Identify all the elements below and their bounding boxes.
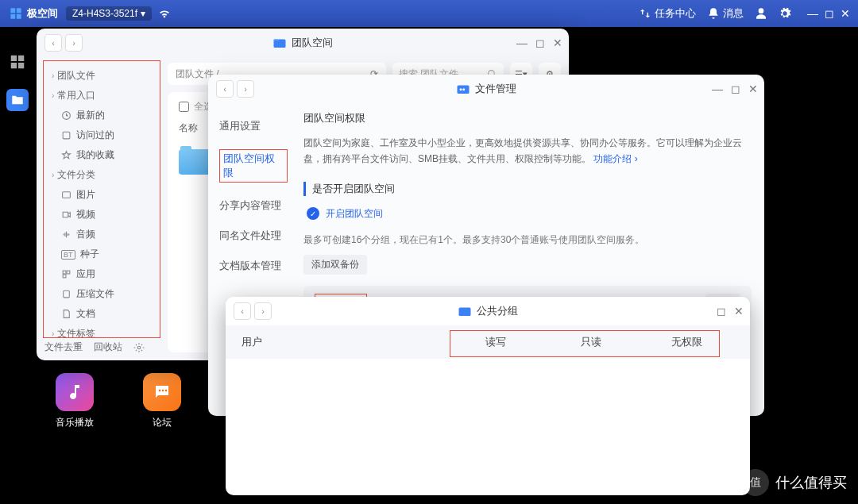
folder-blue-icon	[458, 304, 472, 318]
win2-nav-forward[interactable]: ›	[237, 80, 254, 98]
messages-label: 消息	[723, 6, 744, 21]
limit-info-text: 最多可创建16个分组，现在已有1个。最多支持30个普通账号使用团队空间服务。	[303, 233, 752, 247]
svg-point-0	[159, 390, 161, 392]
sidebar-sec-categories[interactable]: 文件分类	[44, 165, 160, 185]
task-center-button[interactable]: 任务中心	[639, 6, 696, 21]
watermark-text: 什么值得买	[775, 473, 847, 492]
dock-apps-button[interactable]	[6, 51, 29, 73]
sidebar-item-documents[interactable]: 文档	[44, 304, 160, 324]
sidebar-sec-teamfiles[interactable]: 团队文件	[44, 66, 160, 86]
enable-label: 开启团队空间	[326, 207, 383, 221]
svg-point-12	[137, 346, 141, 349]
star-icon	[61, 150, 72, 160]
sidebar-item-favorites[interactable]: 我的收藏	[44, 145, 160, 165]
watermark: 值 什么值得买	[742, 469, 847, 496]
enable-team-space-toggle[interactable]: ✓ 开启团队空间	[303, 207, 752, 221]
footer-gear-icon[interactable]	[133, 342, 145, 353]
settings-nav: 通用设置 团队空间权限 分享内容管理 同名文件处理 文档版本管理	[219, 111, 288, 281]
sidebar-sec-tags[interactable]: 文件标签	[44, 324, 160, 338]
nav-version-management[interactable]: 文档版本管理	[219, 251, 288, 281]
chevron-down-icon: ▾	[141, 8, 145, 19]
body-title: 团队空间权限	[303, 111, 752, 125]
win3-nav-back[interactable]: ‹	[234, 302, 251, 320]
nav-team-permissions[interactable]: 团队空间权限	[219, 141, 288, 190]
image-icon	[61, 190, 72, 200]
left-dock	[0, 27, 35, 504]
win2-nav-back[interactable]: ‹	[216, 80, 234, 98]
device-name: Z4-H4S3-3521f	[72, 8, 137, 19]
nav-share-management[interactable]: 分享内容管理	[219, 190, 288, 221]
sidebar-item-archives[interactable]: 压缩文件	[44, 284, 160, 304]
section-enable-title: 是否开启团队空间	[303, 182, 752, 196]
svg-rect-16	[459, 308, 471, 317]
nav-forward-button[interactable]: ›	[65, 34, 83, 52]
desktop-music-player[interactable]: 音乐播放	[56, 373, 94, 429]
body-description: 团队空间为家庭、工作室及中小型企业，更高效地提供资源共享、协同办公等服务。它可以…	[303, 135, 752, 167]
user-icon[interactable]	[755, 7, 767, 20]
video-icon	[61, 210, 72, 220]
sidebar-item-visited[interactable]: 访问过的	[44, 125, 160, 145]
sys-maximize-icon[interactable]: ◻	[825, 7, 834, 20]
bell-icon	[707, 7, 720, 20]
win2-minimize-icon[interactable]: —	[712, 83, 723, 95]
svg-point-14	[460, 88, 462, 90]
desktop-music-label: 音乐播放	[56, 416, 94, 429]
desktop-forum[interactable]: 论坛	[143, 373, 181, 429]
win1-maximize-icon[interactable]: ◻	[535, 37, 545, 49]
win3-maximize-icon[interactable]: ◻	[717, 305, 726, 317]
app-icon	[61, 269, 72, 279]
sidebar-item-recent[interactable]: 最新的	[44, 106, 160, 125]
wifi-icon	[158, 7, 171, 20]
intro-link[interactable]: 功能介绍 ›	[593, 153, 637, 164]
col-user: 用户	[242, 335, 448, 349]
device-selector[interactable]: Z4-H4S3-3521f ▾	[66, 6, 152, 21]
sidebar-item-audio[interactable]: 音频	[44, 225, 160, 244]
win3-nav-forward[interactable]: ›	[254, 302, 272, 320]
win1-sidebar: 团队文件 常用入口 最新的 访问过的 我的收藏 文件分类 图片 视频 音频 BT…	[43, 60, 160, 338]
win3-close-icon[interactable]: ✕	[734, 305, 744, 317]
svg-point-2	[165, 390, 168, 392]
settings-icon[interactable]	[779, 7, 791, 20]
grid-icon	[9, 53, 26, 71]
svg-rect-5	[63, 132, 70, 139]
music-note-icon	[65, 383, 84, 402]
win2-close-icon[interactable]: ✕	[748, 83, 758, 95]
win1-title: 团队空间	[292, 36, 333, 50]
nav-general-settings[interactable]: 通用设置	[219, 111, 288, 141]
system-bar: 极空间 Z4-H4S3-3521f ▾ 任务中心 消息 — ◻ ✕	[0, 0, 858, 27]
brand-text: 极空间	[27, 6, 58, 21]
svg-rect-9	[63, 275, 66, 278]
brand-logo: 极空间	[8, 6, 58, 21]
audio-icon	[61, 229, 72, 240]
dock-file-manager-button[interactable]	[6, 89, 29, 111]
watermark-badge-icon: 值	[742, 469, 769, 496]
svg-rect-6	[63, 192, 71, 198]
desktop-forum-label: 论坛	[153, 416, 172, 429]
task-center-label: 任务中心	[655, 6, 696, 21]
add-backup-button[interactable]: 添加双备份	[303, 255, 367, 275]
logo-icon	[8, 6, 24, 21]
sidebar-item-images[interactable]: 图片	[44, 185, 160, 205]
win1-close-icon[interactable]: ✕	[553, 37, 562, 49]
sys-close-icon[interactable]: ✕	[841, 7, 850, 20]
messages-button[interactable]: 消息	[707, 6, 744, 21]
sidebar-item-videos[interactable]: 视频	[44, 205, 160, 225]
win3-title: 公共分组	[477, 304, 518, 318]
doc-icon	[61, 309, 72, 319]
footer-dedup-button[interactable]: 文件去重	[44, 340, 83, 354]
sidebar-item-apps[interactable]: 应用	[44, 264, 160, 284]
win1-minimize-icon[interactable]: —	[516, 37, 528, 49]
sidebar-sec-quick[interactable]: 常用入口	[44, 86, 160, 106]
sidebar-item-torrent[interactable]: BT种子	[44, 244, 160, 264]
nav-duplicate-handling[interactable]: 同名文件处理	[219, 221, 288, 251]
folder-icon	[179, 149, 211, 175]
sys-minimize-icon[interactable]: —	[807, 7, 818, 20]
footer-recycle-button[interactable]: 回收站	[94, 340, 122, 354]
nav-back-button[interactable]: ‹	[44, 34, 62, 52]
check-circle-icon: ✓	[307, 207, 319, 220]
svg-point-1	[162, 390, 164, 392]
win2-maximize-icon[interactable]: ◻	[731, 83, 740, 95]
svg-rect-8	[67, 271, 70, 274]
bt-icon: BT	[61, 250, 75, 260]
zip-icon	[61, 289, 72, 299]
